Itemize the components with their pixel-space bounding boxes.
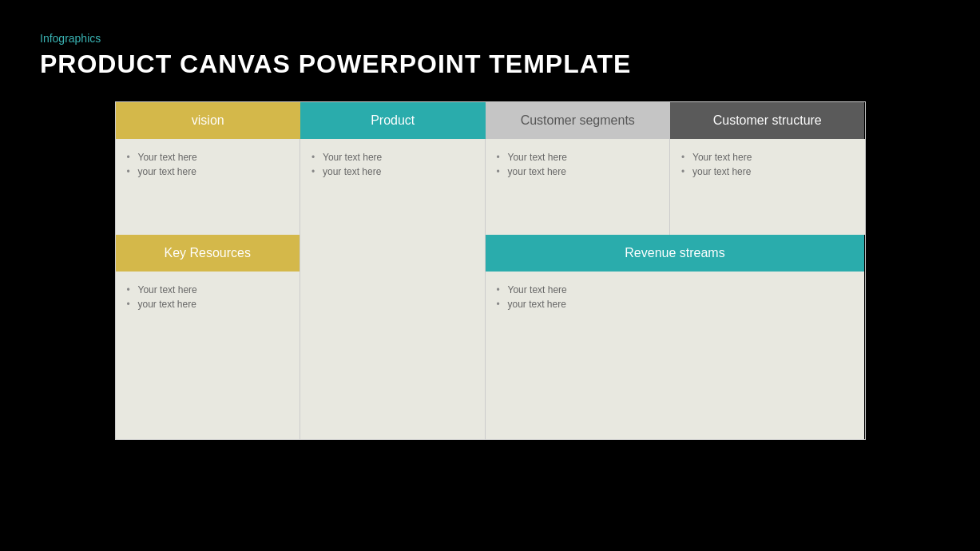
revenue-list: Your text here your text here: [497, 284, 854, 310]
customer-structure-header: Customer structure: [670, 102, 864, 139]
customer-seg-cell: Your text here your text here: [486, 139, 671, 235]
key-resources-item-2: your text here: [127, 299, 289, 310]
customer-str-item-1: Your text here: [681, 152, 853, 163]
bottom-middle-content: [300, 235, 485, 431]
revenue-streams-content: Your text here your text here: [486, 272, 865, 439]
key-resources-column: Key Resources Your text here your text h…: [116, 235, 301, 439]
bottom-middle-column: [300, 235, 486, 439]
product-item-1: Your text here: [311, 152, 474, 163]
customer-seg-item-1: Your text here: [497, 152, 659, 163]
vision-item-2: your text here: [127, 166, 289, 177]
product-list: Your text here your text here: [311, 152, 474, 177]
header-label: Infographics: [40, 32, 940, 45]
customer-segments-header: Customer segments: [486, 102, 671, 139]
vision-list: Your text here your text here: [127, 152, 289, 177]
bottom-section: Key Resources Your text here your text h…: [116, 235, 865, 439]
key-resources-content: Your text here your text here: [116, 272, 300, 439]
header-row: vision Product Customer segments Custome…: [116, 102, 865, 139]
vision-header: vision: [116, 102, 301, 139]
content-row-1: Your text here your text here Your text …: [116, 139, 865, 235]
customer-str-list: Your text here your text here: [681, 152, 853, 177]
customer-seg-list: Your text here your text here: [497, 152, 659, 177]
vision-item-1: Your text here: [127, 152, 289, 163]
vision-cell: Your text here your text here: [116, 139, 301, 235]
product-header: Product: [300, 102, 486, 139]
key-resources-item-1: Your text here: [127, 284, 289, 295]
canvas-container: vision Product Customer segments Custome…: [115, 101, 866, 440]
page-wrapper: Infographics PRODUCT CANVAS POWERPOINT T…: [0, 0, 980, 551]
key-resources-header: Key Resources: [116, 235, 300, 272]
revenue-item-2: your text here: [497, 299, 854, 310]
revenue-item-1: Your text here: [497, 284, 854, 295]
header-title: PRODUCT CANVAS POWERPOINT TEMPLATE: [40, 50, 940, 79]
key-resources-list: Your text here your text here: [127, 284, 289, 310]
customer-str-cell: Your text here your text here: [670, 139, 864, 235]
product-cell: Your text here your text here: [300, 139, 486, 235]
customer-seg-item-2: your text here: [497, 166, 659, 177]
revenue-streams-header: Revenue streams: [486, 235, 865, 272]
revenue-streams-column: Revenue streams Your text here your text…: [486, 235, 865, 439]
customer-str-item-2: your text here: [681, 166, 853, 177]
product-item-2: your text here: [311, 166, 474, 177]
